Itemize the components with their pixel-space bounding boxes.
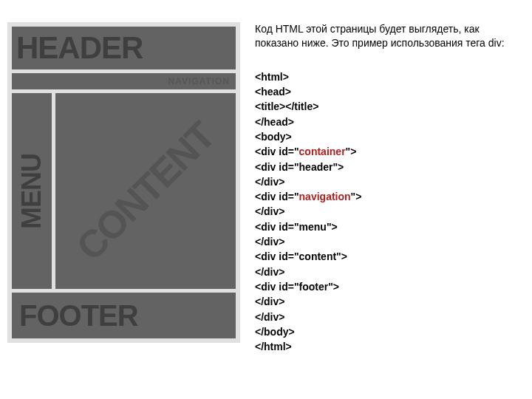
- code-line: </div>: [255, 204, 525, 219]
- wireframe: HEADER NAVIGATION MENU CONTENT FOOTER: [7, 22, 240, 343]
- code-line: </div>: [255, 234, 525, 249]
- code-line: <body>: [255, 129, 525, 144]
- intro-text: Код HTML этой страницы будет выглядеть, …: [255, 22, 525, 50]
- content-label: CONTENT: [68, 113, 223, 268]
- code-line: </div>: [255, 310, 525, 324]
- footer-block: FOOTER: [12, 293, 236, 338]
- header-block: HEADER: [12, 27, 236, 69]
- middle-row: MENU CONTENT: [12, 93, 236, 289]
- code-line: <html>: [255, 69, 525, 84]
- code-line: </html>: [255, 339, 525, 354]
- code-line: <div id="header">: [255, 160, 525, 174]
- text-column: Код HTML этой страницы будет выглядеть, …: [249, 22, 525, 392]
- code-line: </div>: [255, 265, 525, 279]
- code-line: </div>: [255, 174, 525, 189]
- code-line: <head>: [255, 84, 525, 99]
- header-label: HEADER: [16, 30, 143, 66]
- footer-label: FOOTER: [19, 299, 138, 332]
- code-line: <div id="content">: [255, 249, 525, 264]
- layout-diagram: HEADER NAVIGATION MENU CONTENT FOOTER: [7, 22, 240, 392]
- code-line: <title></title>: [255, 99, 525, 114]
- code-line: <div id="container">: [255, 144, 525, 159]
- code-line: </body>: [255, 324, 525, 339]
- content-block: CONTENT: [55, 93, 236, 289]
- menu-label: MENU: [16, 154, 47, 229]
- menu-block: MENU: [12, 93, 52, 289]
- navigation-block: NAVIGATION: [12, 73, 236, 89]
- code-line: <div id="footer">: [255, 279, 525, 294]
- code-line: <div id="navigation">: [255, 189, 525, 204]
- code-line: </head>: [255, 115, 525, 129]
- navigation-label: NAVIGATION: [168, 76, 230, 86]
- code-line: <div id="menu">: [255, 219, 525, 234]
- code-listing: <html> <head> <title></title> </head> <b…: [255, 69, 525, 355]
- code-line: </div>: [255, 294, 525, 309]
